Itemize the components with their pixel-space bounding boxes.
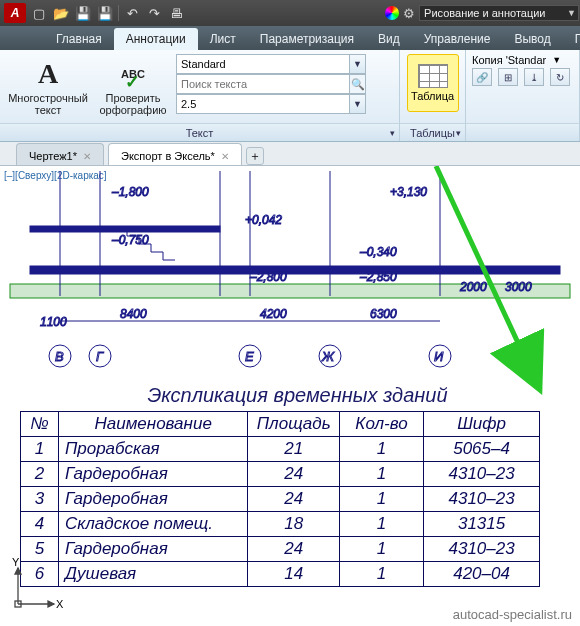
svg-text:4200: 4200 bbox=[260, 307, 287, 321]
tab-plugins[interactable]: Подкл bbox=[563, 28, 580, 50]
text-style-select[interactable]: ▼ bbox=[176, 54, 366, 74]
tab-view[interactable]: Вид bbox=[366, 28, 412, 50]
redo-icon[interactable]: ↷ bbox=[145, 4, 163, 22]
table-cell: 4310–23 bbox=[424, 537, 540, 562]
link-icon[interactable]: 🔗 bbox=[472, 68, 492, 86]
col-header: Площадь bbox=[248, 412, 339, 437]
table-button[interactable]: Таблица bbox=[407, 54, 459, 112]
close-icon[interactable]: ✕ bbox=[83, 151, 91, 162]
find-text-input[interactable] bbox=[176, 74, 350, 94]
tab-annotations[interactable]: Аннотации bbox=[114, 28, 198, 50]
table-cell: Душевая bbox=[58, 562, 248, 587]
table-row: 5Гардеробная2414310–23 bbox=[21, 537, 540, 562]
table-cell: 420–04 bbox=[424, 562, 540, 587]
svg-text:X: X bbox=[56, 598, 64, 610]
table-cell: Гардеробная bbox=[58, 462, 248, 487]
new-tab-button[interactable]: ＋ bbox=[246, 147, 264, 165]
text-style-input[interactable] bbox=[176, 54, 350, 74]
table-row: 4Складское помещ.18131315 bbox=[21, 512, 540, 537]
spellcheck-icon: ABC✓ bbox=[121, 58, 145, 90]
app-logo[interactable]: A bbox=[4, 3, 26, 23]
table-cell: 2 bbox=[21, 462, 59, 487]
table-cell: 24 bbox=[248, 462, 339, 487]
svg-text:+3,130: +3,130 bbox=[390, 185, 427, 199]
table-cell: Складское помещ. bbox=[58, 512, 248, 537]
svg-text:Ж: Ж bbox=[321, 349, 335, 364]
workspace-select[interactable]: Рисование и аннотации bbox=[419, 5, 579, 21]
svg-text:8400: 8400 bbox=[120, 307, 147, 321]
table-caption: Экспликация временных зданий bbox=[20, 384, 575, 407]
table-cell: 18 bbox=[248, 512, 339, 537]
open-icon[interactable]: 📂 bbox=[52, 4, 70, 22]
table-cell: 1 bbox=[21, 437, 59, 462]
workspace-switcher[interactable]: ⚙ Рисование и аннотации ▼ bbox=[385, 5, 576, 21]
svg-text:–2,850: –2,850 bbox=[359, 270, 397, 284]
svg-text:2000: 2000 bbox=[459, 280, 487, 294]
chevron-down-icon: ▼ bbox=[350, 94, 366, 114]
table-cell: Гардеробная bbox=[58, 537, 248, 562]
text-height-input[interactable] bbox=[176, 94, 350, 114]
table-cell: 21 bbox=[248, 437, 339, 462]
extract-icon[interactable]: ⊞ bbox=[498, 68, 518, 86]
expand-icon[interactable]: ▾ bbox=[456, 128, 461, 138]
table-cell: 1 bbox=[339, 537, 423, 562]
saveas-icon[interactable]: 💾 bbox=[96, 4, 114, 22]
refresh-icon[interactable]: ↻ bbox=[550, 68, 570, 86]
table-label: Таблица bbox=[411, 90, 454, 102]
file-tab-label: Чертеж1* bbox=[29, 150, 77, 162]
table-cell: 1 bbox=[339, 437, 423, 462]
table-cell: 5065–4 bbox=[424, 437, 540, 462]
file-tab[interactable]: Экспорт в Эксель* ✕ bbox=[108, 143, 242, 165]
chevron-down-icon[interactable]: ▼ bbox=[552, 55, 561, 65]
svg-text:–1,800: –1,800 bbox=[111, 185, 149, 199]
table-cell: 31315 bbox=[424, 512, 540, 537]
table-cell: 4310–23 bbox=[424, 487, 540, 512]
section-drawing: +3,130 +0,042 –0,340 –1,800 –0,750 –2,80… bbox=[0, 166, 580, 386]
table-cell: 24 bbox=[248, 487, 339, 512]
new-icon[interactable]: ▢ bbox=[30, 4, 48, 22]
spellcheck-button[interactable]: ABC✓ Проверить орфографию bbox=[94, 54, 172, 116]
data-table: № Наименование Площадь Кол-во Шифр 1Прор… bbox=[20, 411, 540, 587]
ucs-icon: X Y bbox=[6, 556, 66, 616]
save-icon[interactable]: 💾 bbox=[74, 4, 92, 22]
text-height-select[interactable]: ▼ bbox=[176, 94, 366, 114]
close-icon[interactable]: ✕ bbox=[221, 151, 229, 162]
col-header: № bbox=[21, 412, 59, 437]
table-style-label: Копия 'Standar bbox=[472, 54, 546, 66]
find-text[interactable]: 🔍 bbox=[176, 74, 366, 94]
table-cell: 24 bbox=[248, 537, 339, 562]
table-row: 2Гардеробная2414310–23 bbox=[21, 462, 540, 487]
table-cell: 3 bbox=[21, 487, 59, 512]
ribbon-group-title[interactable]: Текст▾ bbox=[0, 123, 399, 141]
table-row: 1Прорабская2115065–4 bbox=[21, 437, 540, 462]
svg-text:Y: Y bbox=[12, 556, 20, 568]
table-cell: 14 bbox=[248, 562, 339, 587]
tab-layout[interactable]: Лист bbox=[198, 28, 248, 50]
table-cell: 4310–23 bbox=[424, 462, 540, 487]
drawing-canvas[interactable]: [–][Сверху][2D-каркас] +3,130 +0,042 –0,… bbox=[0, 166, 580, 626]
expand-icon[interactable]: ▾ bbox=[390, 128, 395, 138]
svg-text:–0,340: –0,340 bbox=[359, 245, 397, 259]
tab-manage[interactable]: Управление bbox=[412, 28, 503, 50]
table-cell: Гардеробная bbox=[58, 487, 248, 512]
svg-text:И: И bbox=[434, 349, 444, 364]
table-cell: 4 bbox=[21, 512, 59, 537]
tab-output[interactable]: Вывод bbox=[502, 28, 562, 50]
table-cell: 1 bbox=[339, 487, 423, 512]
svg-text:–2,800: –2,800 bbox=[249, 270, 287, 284]
table-row: 6Душевая141420–04 bbox=[21, 562, 540, 587]
download-icon[interactable]: ⤓ bbox=[524, 68, 544, 86]
undo-icon[interactable]: ↶ bbox=[123, 4, 141, 22]
col-header: Шифр bbox=[424, 412, 540, 437]
file-tab[interactable]: Чертеж1* ✕ bbox=[16, 143, 104, 165]
table-cell: Прорабская bbox=[58, 437, 248, 462]
search-icon[interactable]: 🔍 bbox=[350, 74, 366, 94]
mtext-label: Многострочный текст bbox=[6, 92, 90, 116]
watermark: autocad-specialist.ru bbox=[453, 607, 572, 622]
mtext-button[interactable]: A Многострочный текст bbox=[6, 54, 90, 116]
ribbon-group-title[interactable]: Таблицы▾ bbox=[400, 123, 465, 141]
tab-main[interactable]: Главная bbox=[44, 28, 114, 50]
svg-rect-1 bbox=[30, 226, 220, 232]
print-icon[interactable]: 🖶 bbox=[167, 4, 185, 22]
tab-parametric[interactable]: Параметризация bbox=[248, 28, 366, 50]
